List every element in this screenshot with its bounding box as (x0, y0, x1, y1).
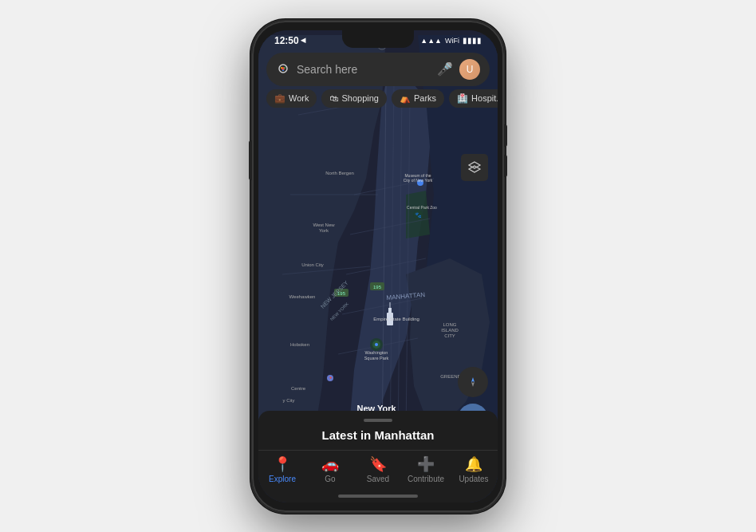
bottom-nav: 📍 Explore 🚗 Go 🔖 Saved ➕ Contribute (258, 450, 498, 491)
compass-button[interactable] (458, 367, 488, 397)
svg-text:Hoboken: Hoboken (290, 342, 309, 347)
chips-row: 💼 Work 🛍 Shopping ⛺ Parks 🏥 Hospit... (258, 89, 498, 108)
nav-contribute[interactable]: ➕ Contribute (402, 455, 450, 483)
layers-icon (467, 160, 482, 175)
svg-marker-63 (469, 162, 480, 168)
svg-marker-65 (471, 377, 474, 382)
contribute-label: Contribute (408, 475, 444, 483)
bottom-sheet-title: Latest in Manhattan (258, 428, 498, 450)
go-label: Go (325, 475, 335, 483)
nav-updates[interactable]: 🔔 Updates (450, 455, 498, 483)
chip-shopping[interactable]: 🛍 Shopping (321, 89, 387, 108)
svg-rect-18 (388, 308, 392, 314)
saved-label: Saved (367, 475, 389, 483)
notch (342, 30, 414, 48)
chip-work[interactable]: 💼 Work (266, 89, 317, 108)
battery-icon: ▮▮▮▮ (463, 36, 482, 45)
svg-text:ISLAND: ISLAND (441, 328, 459, 333)
volume-up-button[interactable] (504, 124, 507, 147)
phone-container: 195 195 🐾 📍 G (250, 19, 506, 514)
svg-point-61 (284, 67, 285, 69)
svg-text:Centre: Centre (291, 386, 306, 391)
user-avatar[interactable]: U (459, 59, 480, 80)
svg-marker-64 (469, 166, 480, 172)
compass-icon (465, 374, 481, 390)
svg-text:🐾: 🐾 (415, 211, 422, 219)
explore-icon: 📍 (274, 455, 291, 473)
direction-indicator: ◀ (301, 37, 305, 44)
wifi-icon: WiFi (445, 37, 459, 45)
power-button[interactable] (249, 140, 252, 180)
parks-icon: ⛺ (400, 93, 411, 104)
chip-hospitals-label: Hospit... (471, 93, 498, 103)
svg-text:Washington: Washington (365, 350, 388, 355)
google-maps-pin-icon (276, 62, 290, 77)
svg-point-25 (375, 343, 378, 346)
work-icon: 💼 (274, 93, 285, 104)
svg-rect-19 (390, 302, 391, 309)
status-time: 12:50 ◀ (274, 35, 305, 46)
nav-explore[interactable]: 📍 Explore (258, 455, 306, 483)
signal-icon: ▲▲▲ (420, 37, 442, 45)
shopping-icon: 🛍 (329, 93, 338, 103)
volume-down-button[interactable] (504, 155, 507, 177)
svg-text:195: 195 (373, 285, 382, 290)
svg-point-62 (282, 69, 284, 71)
microphone-icon[interactable]: 🎤 (437, 61, 453, 77)
hospitals-icon: 🏥 (457, 93, 468, 104)
phone-screen: 195 195 🐾 📍 G (258, 30, 498, 502)
saved-icon: 🔖 (369, 455, 387, 473)
search-bar[interactable]: Search here 🎤 U (266, 53, 490, 86)
svg-text:Central Park Zoo: Central Park Zoo (407, 205, 437, 210)
status-icons: ▲▲▲ WiFi ▮▮▮▮ (420, 36, 482, 45)
map-layers-button[interactable] (461, 154, 488, 181)
svg-text:📍: 📍 (329, 376, 333, 380)
chip-shopping-label: Shopping (341, 93, 379, 103)
svg-text:West New: West New (313, 223, 335, 227)
svg-text:CITY: CITY (444, 333, 455, 338)
search-overlay: Search here 🎤 U (258, 53, 498, 86)
contribute-icon: ➕ (417, 455, 435, 473)
nav-saved[interactable]: 🔖 Saved (354, 455, 402, 483)
svg-text:Empire State Building: Empire State Building (373, 317, 419, 321)
updates-label: Updates (459, 475, 488, 483)
svg-text:Square Park: Square Park (364, 356, 389, 361)
chip-work-label: Work (289, 93, 309, 103)
chip-hospitals[interactable]: 🏥 Hospit... (449, 89, 498, 108)
svg-marker-66 (471, 382, 474, 387)
go-icon: 🚗 (321, 455, 339, 473)
explore-label: Explore (269, 475, 296, 483)
svg-text:LONG: LONG (443, 322, 456, 327)
updates-icon: 🔔 (465, 455, 482, 473)
bottom-sheet: Latest in Manhattan 📍 Explore 🚗 Go 🔖 Sav… (258, 411, 498, 502)
svg-text:Union City: Union City (301, 262, 324, 267)
svg-text:y City: y City (283, 398, 295, 403)
map-area[interactable]: 195 195 🐾 📍 G (258, 30, 498, 502)
search-placeholder: Search here (297, 63, 431, 76)
chip-parks-label: Parks (414, 93, 436, 103)
svg-text:City of New York: City of New York (404, 178, 433, 183)
svg-text:Weehawken: Weehawken (289, 294, 316, 299)
svg-text:York: York (319, 228, 329, 233)
home-indicator (338, 495, 418, 498)
svg-point-60 (281, 67, 282, 69)
svg-text:North Bergen: North Bergen (325, 171, 354, 175)
chip-parks[interactable]: ⛺ Parks (392, 89, 444, 108)
nav-go[interactable]: 🚗 Go (306, 455, 354, 483)
bottom-sheet-handle (364, 419, 392, 422)
